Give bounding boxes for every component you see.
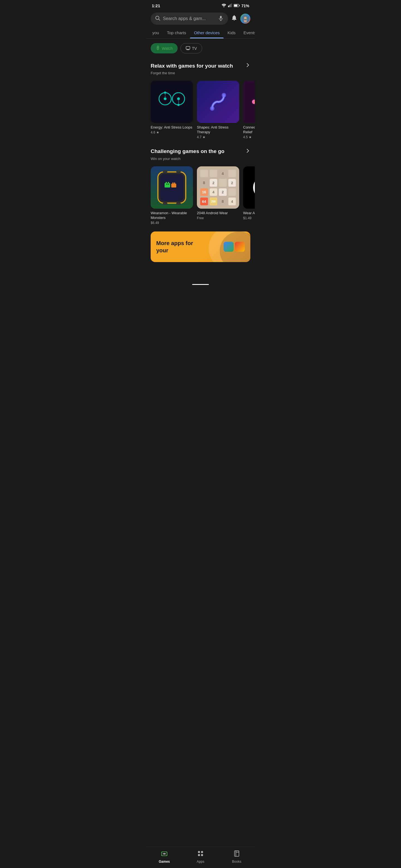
svg-rect-59 (171, 184, 176, 187)
shapes-app-rating: 4.7 ★ (197, 135, 239, 139)
wearamon-app-price: $6.49 (151, 221, 193, 225)
nav-item-books[interactable]: Books (226, 850, 248, 864)
energy-app-rating: 4.6 ★ (151, 130, 193, 134)
tv-filter-button[interactable]: TV (180, 43, 202, 54)
svg-rect-62 (163, 170, 167, 173)
star-icon: ★ (249, 135, 252, 139)
bottom-nav-bar: Games Apps Books (146, 846, 255, 868)
asteroids-app-icon (243, 166, 255, 209)
wearamon-app-icon (151, 166, 193, 209)
challenging-section-arrow[interactable] (245, 148, 250, 155)
svg-point-16 (244, 17, 247, 20)
energy-app-icon (151, 81, 193, 123)
tab-kids[interactable]: Kids (224, 27, 239, 38)
search-icon (155, 16, 160, 22)
svg-rect-26 (151, 81, 193, 123)
wearamon-app-name: Wearamon - Wearable Monsters (151, 211, 193, 220)
asteroids-circle (253, 176, 255, 199)
2048-app-price: Free (197, 216, 239, 220)
svg-rect-17 (244, 19, 247, 20)
mic-icon[interactable] (218, 15, 224, 22)
nav-home-indicator (192, 284, 209, 285)
more-apps-banner[interactable]: More apps for your (151, 231, 250, 262)
status-bar: 1:21 (146, 0, 255, 10)
banner-app-icon-2 (235, 242, 245, 252)
challenging-section-subtitle: Win on your watch (146, 157, 255, 164)
shapes-app-name: Shapes: Anti Stress Therapy (197, 125, 239, 135)
list-item[interactable]: Wearamon - Wearable Monsters $6.49 (151, 166, 193, 225)
connection-app-rating: 4.5 ★ (243, 135, 255, 139)
tab-other-devices[interactable]: Other devices (190, 27, 224, 38)
svg-rect-3 (230, 4, 231, 7)
apps-nav-icon (197, 850, 204, 859)
relax-section-title: Relax with games for your watch (151, 63, 233, 69)
connection-app-icon (243, 81, 255, 123)
svg-rect-72 (198, 851, 200, 853)
star-icon: ★ (202, 135, 205, 139)
svg-point-0 (223, 7, 224, 7)
challenging-apps-row: Wearamon - Wearable Monsters $6.49 4 8 2… (146, 164, 255, 229)
svg-rect-6 (239, 5, 239, 6)
relax-section: Relax with games for your watch Forget t… (146, 58, 255, 144)
device-filters: Watch TV (146, 39, 255, 58)
apps-nav-label: Apps (197, 860, 204, 864)
shapes-app-icon (197, 81, 239, 123)
2048-app-name: 2048 Android Wear (197, 211, 239, 216)
svg-rect-1 (228, 6, 229, 7)
svg-rect-74 (198, 854, 200, 856)
2048-app-icon: 4 8 2 2 16 4 2 64 256 8 4 (197, 166, 239, 209)
svg-point-36 (210, 106, 214, 111)
svg-rect-56 (168, 182, 169, 183)
avatar[interactable] (240, 13, 250, 24)
svg-rect-65 (176, 203, 181, 205)
tv-filter-label: TV (192, 46, 197, 51)
banner-text: More apps for your (156, 240, 205, 254)
asteroids-app-name: Wear Asteroids (243, 211, 255, 216)
svg-rect-73 (201, 851, 203, 853)
svg-point-37 (222, 93, 226, 97)
nav-item-apps[interactable]: Apps (189, 850, 212, 864)
svg-rect-2 (229, 5, 230, 7)
list-item[interactable]: Shapes: Anti Stress Therapy 4.7 ★ (197, 81, 239, 139)
svg-line-9 (159, 19, 160, 20)
relax-section-header: Relax with games for your watch (146, 58, 255, 71)
svg-rect-57 (166, 184, 167, 185)
tab-you[interactable]: you (148, 27, 163, 38)
relax-section-arrow[interactable] (245, 62, 250, 69)
games-nav-icon (161, 850, 168, 859)
connection-app-name: Connection – Stress Relief (243, 125, 255, 135)
list-item[interactable]: Wear Asteroids $1.49 (243, 166, 255, 225)
relax-section-subtitle: Forget the time (146, 71, 255, 79)
search-input-placeholder: Search apps & gam... (163, 16, 215, 21)
svg-rect-76 (234, 851, 239, 856)
svg-rect-10 (220, 16, 222, 19)
challenging-section-header: Challenging games on the go (146, 144, 255, 157)
asteroids-app-price: $1.49 (243, 216, 255, 220)
svg-rect-19 (157, 46, 159, 46)
svg-rect-63 (176, 170, 181, 173)
svg-rect-55 (166, 182, 167, 183)
watch-filter-button[interactable]: Watch (151, 43, 178, 54)
svg-point-8 (156, 16, 159, 20)
svg-rect-60 (172, 183, 173, 184)
energy-app-name: Energy: Anti Stress Loops (151, 125, 193, 130)
challenging-section-title: Challenging games on the go (151, 148, 225, 154)
books-nav-label: Books (232, 860, 241, 864)
svg-rect-7 (234, 4, 237, 6)
battery-icon (234, 4, 240, 8)
nav-item-games[interactable]: Games (153, 850, 175, 864)
svg-rect-64 (163, 203, 167, 205)
svg-point-21 (157, 47, 159, 49)
list-item[interactable]: 4 8 2 2 16 4 2 64 256 8 4 (197, 166, 239, 225)
banner-app-icon-1 (224, 242, 234, 252)
list-item[interactable]: Connection – Stress Relief 4.5 ★ (243, 81, 255, 139)
signal-icon (228, 3, 232, 8)
battery-percent: 71% (241, 4, 249, 8)
search-bar[interactable]: Search apps & gam... (151, 12, 228, 25)
tab-top-charts[interactable]: Top charts (163, 27, 190, 38)
tab-events[interactable]: Events (239, 27, 255, 38)
notifications-icon[interactable] (231, 14, 237, 23)
list-item[interactable]: Energy: Anti Stress Loops 4.6 ★ (151, 81, 193, 139)
banner-icon-row-1 (224, 242, 245, 252)
svg-rect-75 (201, 854, 203, 856)
